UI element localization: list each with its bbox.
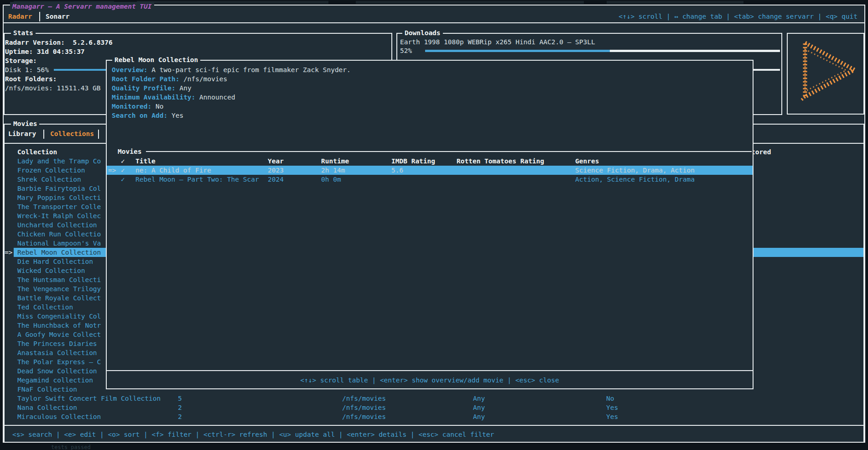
modal-field: Search on Add: Yes [112, 111, 183, 120]
movie-row-title[interactable]: ne: A Child of Fire [135, 166, 211, 175]
collection-row[interactable]: Shrek Collection [17, 175, 81, 184]
collection-row[interactable]: Dead Snow Collection [17, 366, 97, 376]
movie-row-runtime: 0h 0m [321, 175, 341, 184]
tab-library[interactable]: Library [8, 129, 36, 138]
download-progress-filled [425, 50, 610, 52]
collection-row[interactable]: A Goofy Movie Collect [17, 330, 101, 339]
col-header-year: Year [268, 157, 284, 166]
collection-row[interactable]: Nana Collection [17, 403, 77, 412]
collection-row[interactable]: Die Hard Collection [17, 257, 93, 266]
col-header-imdb: IMDB Rating [391, 157, 435, 166]
modal-field-label: Root Folder Path: [112, 75, 179, 83]
collection-row[interactable]: Chicken Run Collectio [17, 230, 101, 239]
modal-field: Overview: A two-part sci-fi epic from fi… [112, 65, 351, 74]
col-header-check: ✓ [121, 157, 125, 166]
collection-row[interactable]: The Transporter Colle [17, 202, 101, 211]
collection-row[interactable]: The Huntsman Collecti [17, 275, 101, 284]
collection-row[interactable]: The Polar Express – C [17, 357, 101, 366]
modal-field-label: Search on Add: [112, 112, 167, 119]
stats-rootfolders-label: Root Folders: [5, 74, 57, 84]
collection-row-path: /nfs/movies [342, 394, 386, 403]
bottom-separator [5, 425, 863, 426]
managarr-screen: Managarr – A Servarr management TUI Rada… [0, 0, 868, 450]
collection-row-quality: Any [473, 403, 485, 412]
modal-field-label: Quality Profile: [112, 84, 176, 92]
collection-row[interactable]: Wicked Collection [17, 266, 85, 275]
modal-field-value: /nfs/movies [183, 75, 227, 83]
bottom-keybind-bar: <s> search | <e> edit | <o> sort | <f> f… [12, 430, 494, 439]
modal-field-label: Overview: [112, 66, 148, 73]
movie-row-check: ✓ [121, 175, 125, 184]
collection-row[interactable]: Miraculous Collection [17, 412, 101, 421]
collection-row[interactable]: Wreck-It Ralph Collec [17, 211, 101, 220]
stats-version: Radarr Version: 5.2.6.8376 [5, 38, 113, 47]
collection-row[interactable]: FNaF Collection [17, 385, 77, 394]
modal-field-label: Monitored: [112, 103, 151, 110]
modal-field: Root Folder Path: /nfs/movies [112, 74, 227, 84]
collection-row-quality: Any [473, 394, 485, 403]
selection-marker: => [5, 248, 12, 257]
modal-title: Rebel Moon Collection [112, 55, 200, 64]
movies-title: Movies [11, 119, 39, 128]
downloads-title: Downloads [402, 28, 443, 37]
collection-row[interactable]: Megamind collection [17, 376, 93, 385]
movie-row-title[interactable]: Rebel Moon – Part Two: The Scar [135, 175, 259, 184]
collection-row[interactable]: Battle Royale Collect [17, 293, 101, 303]
stats-storage-label: Storage: [5, 56, 37, 65]
collection-row[interactable]: The Vengeance Trilogy [17, 284, 101, 293]
tab-sonarr[interactable]: Sonarr [46, 12, 69, 21]
collection-row-path: /nfs/movies [342, 412, 386, 421]
col-header-runtime: Runtime [321, 157, 349, 166]
collection-row[interactable]: Lady and the Tramp Co [17, 157, 101, 166]
collection-row-count: 5 [178, 394, 182, 403]
collection-row-flag: No [606, 394, 614, 403]
managarr-play-logo-icon [788, 34, 863, 114]
collection-row-path: /nfs/movies [342, 403, 386, 412]
col-header-title: Title [135, 157, 156, 166]
collection-row[interactable]: Mary Poppins Collecti [17, 193, 101, 202]
window-chrome-fragment [607, 1, 743, 4]
top-keybind-bar: <↑↓> scroll | ↔ change tab | <tab> chang… [619, 12, 858, 21]
collection-row-quality: Any [473, 412, 485, 421]
collection-row[interactable]: Frozen Collection [17, 166, 85, 175]
tab-collections[interactable]: Collections [50, 129, 94, 138]
terminal-status-fragment: tests passed [51, 444, 91, 450]
tab-radarr[interactable]: Radarr [8, 12, 32, 21]
col-header-rt: Rotten Tomatoes Rating [457, 157, 544, 166]
download-item-title: Earth 1998 1080p WEBRip x265 Hindi AAC2.… [400, 37, 595, 47]
collection-row[interactable]: Ted Collection [17, 303, 73, 312]
modal-keybind-bar: <↑↓> scroll table | <enter> show overvie… [107, 376, 753, 385]
modal-table-title: Movies [115, 147, 144, 156]
window-chrome-fragment [137, 1, 328, 4]
collection-details-modal: Rebel Moon Collection Overview: A two-pa… [106, 60, 754, 389]
collection-row-count: 2 [178, 412, 182, 421]
collection-row-flag: Yes [606, 403, 618, 412]
collection-row[interactable]: Miss Congeniality Col [17, 312, 101, 321]
collection-row[interactable]: The Princess Diaries [17, 339, 97, 348]
modal-field: Minimum Availability: Announced [112, 93, 235, 102]
movie-row-check: ✓ [121, 166, 125, 175]
movie-row-genres: Action, Science Fiction, Drama [575, 175, 695, 184]
selection-marker: => [108, 166, 116, 175]
modal-field-label: Minimum Availability: [112, 94, 195, 101]
tab-divider [39, 12, 40, 21]
collection-row[interactable]: Barbie Fairytopia Col [17, 184, 101, 193]
movie-row-imdb: 5.6 [391, 166, 403, 175]
collection-row[interactable]: Taylor Swift Concert Film Collection [17, 394, 161, 403]
collection-row[interactable]: National Lampoon's Va [17, 239, 101, 248]
col-header-genres: Genres [575, 157, 599, 166]
movie-row-year: 2023 [268, 166, 284, 175]
stats-disk-line: Disk 1: 56% [5, 65, 49, 74]
app-title: Managarr – A Servarr management TUI [10, 2, 154, 11]
collection-row[interactable]: Anastasia Collection [17, 348, 97, 357]
collection-row[interactable]: The Hunchback of Notr [17, 321, 101, 330]
stats-uptime: Uptime: 31d 04:35:37 [5, 47, 85, 56]
collection-row[interactable]: Uncharted Collection [17, 220, 97, 230]
movie-row-year: 2024 [268, 175, 284, 184]
modal-field-value: Announced [199, 94, 235, 101]
tab-divider [98, 130, 99, 139]
download-progress-fragment [754, 69, 780, 71]
modal-field-value: Yes [172, 112, 183, 119]
collection-row[interactable]: Rebel Moon Collection [17, 248, 101, 257]
tab-divider [43, 130, 44, 139]
